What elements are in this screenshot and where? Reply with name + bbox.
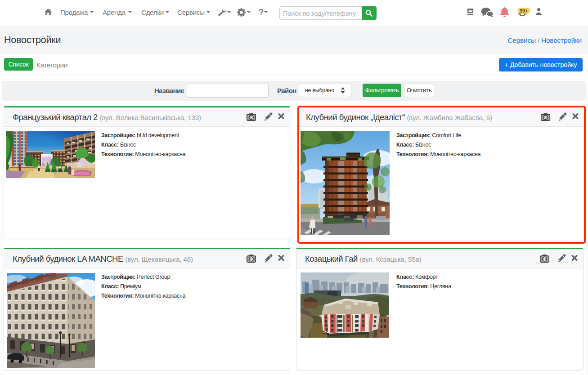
svg-text:99+: 99+ — [520, 8, 528, 13]
